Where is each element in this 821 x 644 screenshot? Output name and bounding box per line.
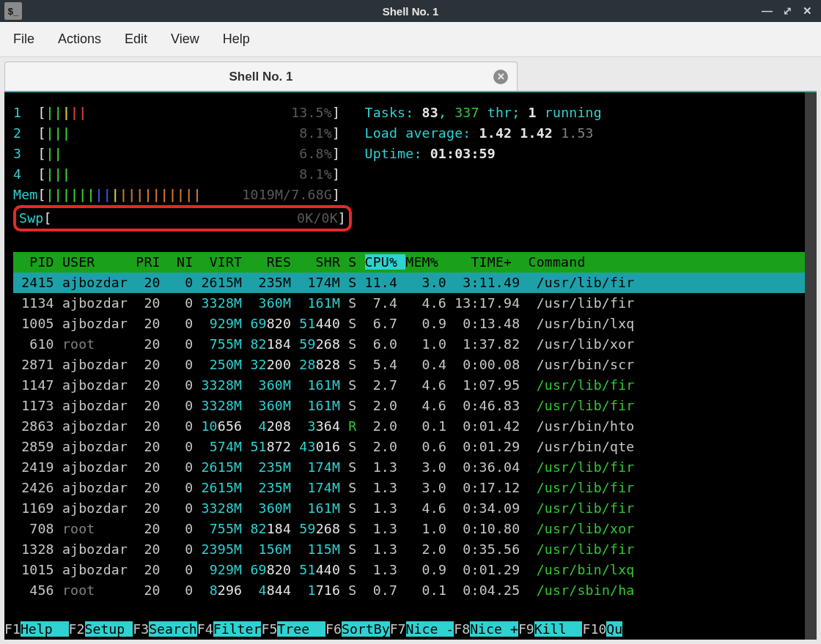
fkey-F1[interactable]: F1Help <box>4 621 69 637</box>
window-title: Shell No. 1 <box>0 5 821 18</box>
terminal-scrollbar[interactable] <box>805 92 817 640</box>
tab-close-icon[interactable]: ✕ <box>493 70 508 84</box>
process-row[interactable]: 2415 ajbozdar 20 0 2615M 235M 174M S 11.… <box>13 273 817 293</box>
process-row[interactable]: 456 root 20 0 8296 4844 1716 S 0.7 0.1 0… <box>13 580 817 601</box>
minimize-button[interactable]: — <box>762 4 773 18</box>
mem-meter: Mem[||||||||||||||||||| 1019M/7.68G] <box>13 185 817 205</box>
htop-fkey-bar: F1Help F2Setup F3SearchF4FilterF5Tree F6… <box>4 619 805 640</box>
fkey-F3[interactable]: F3Search <box>133 621 197 637</box>
process-row[interactable]: 1169 ajbozdar 20 0 3328M 360M 161M S 1.3… <box>13 498 817 519</box>
menu-view[interactable]: View <box>171 32 199 47</box>
process-row[interactable]: 2871 ajbozdar 20 0 250M 32200 28828 S 5.… <box>13 355 817 375</box>
cpu-meter-1: 1 [||||| 13.5%] Tasks: 83, 337 thr; 1 ru… <box>13 103 817 123</box>
terminal-tab[interactable]: Shell No. 1 ✕ <box>4 62 518 91</box>
process-row[interactable]: 1015 ajbozdar 20 0 929M 69820 51440 S 1.… <box>13 560 817 580</box>
fkey-F9[interactable]: F9Kill <box>518 621 583 637</box>
fkey-F8[interactable]: F8Nice + <box>454 621 518 637</box>
fkey-F4[interactable]: F4Filter <box>197 621 262 637</box>
tab-label: Shell No. 1 <box>229 70 293 84</box>
menu-actions[interactable]: Actions <box>58 32 101 47</box>
process-row[interactable]: 610 root 20 0 755M 82184 59268 S 6.0 1.0… <box>13 334 817 355</box>
process-row[interactable]: 1134 ajbozdar 20 0 3328M 360M 161M S 7.4… <box>13 293 817 314</box>
maximize-button[interactable]: ⤢ <box>783 4 792 18</box>
fkey-F6[interactable]: F6SortBy <box>325 621 390 637</box>
menu-file[interactable]: File <box>13 32 34 47</box>
fkey-F10[interactable]: F10Qu <box>582 621 622 637</box>
process-row[interactable]: 1147 ajbozdar 20 0 3328M 360M 161M S 2.7… <box>13 375 817 396</box>
tab-bar: Shell No. 1 ✕ <box>0 57 821 91</box>
swap-meter: Swp[ 0K/0K] <box>13 205 817 232</box>
fkey-F5[interactable]: F5Tree <box>261 621 325 637</box>
terminal-app-icon: $_ <box>4 2 22 20</box>
fkey-F7[interactable]: F7Nice - <box>390 621 454 637</box>
process-row[interactable]: 2419 ajbozdar 20 0 2615M 235M 174M S 1.3… <box>13 457 817 478</box>
menu-bar: FileActionsEditViewHelp <box>0 22 821 57</box>
close-button[interactable]: ✕ <box>803 4 812 18</box>
cpu-meter-3: 3 [|| 6.8%] Uptime: 01:03:59 <box>13 144 817 164</box>
window-titlebar: $_ Shell No. 1 — ⤢ ✕ <box>0 0 821 22</box>
cpu-meter-2: 2 [||| 8.1%] Load average: 1.42 1.42 1.5… <box>13 123 817 144</box>
terminal-pane[interactable]: 1 [||||| 13.5%] Tasks: 83, 337 thr; 1 ru… <box>4 91 817 640</box>
process-row[interactable]: 1328 ajbozdar 20 0 2395M 156M 115M S 1.3… <box>13 539 817 560</box>
process-row[interactable]: 1005 ajbozdar 20 0 929M 69820 51440 S 6.… <box>13 314 817 334</box>
fkey-F2[interactable]: F2Setup <box>69 621 133 637</box>
process-header[interactable]: PID USER PRI NI VIRT RES SHR S CPU% MEM%… <box>13 252 817 273</box>
menu-edit[interactable]: Edit <box>125 32 147 47</box>
process-row[interactable]: 708 root 20 0 755M 82184 59268 S 1.3 1.0… <box>13 519 817 539</box>
process-row[interactable]: 1173 ajbozdar 20 0 3328M 360M 161M S 2.0… <box>13 396 817 416</box>
menu-help[interactable]: Help <box>223 32 250 47</box>
process-row[interactable]: 2426 ajbozdar 20 0 2615M 235M 174M S 1.3… <box>13 478 817 498</box>
cpu-meter-4: 4 [||| 8.1%] <box>13 164 817 185</box>
process-row[interactable]: 2863 ajbozdar 20 0 10656 4208 3364 R 2.0… <box>13 416 817 437</box>
process-row[interactable]: 2859 ajbozdar 20 0 574M 51872 43016 S 2.… <box>13 437 817 457</box>
